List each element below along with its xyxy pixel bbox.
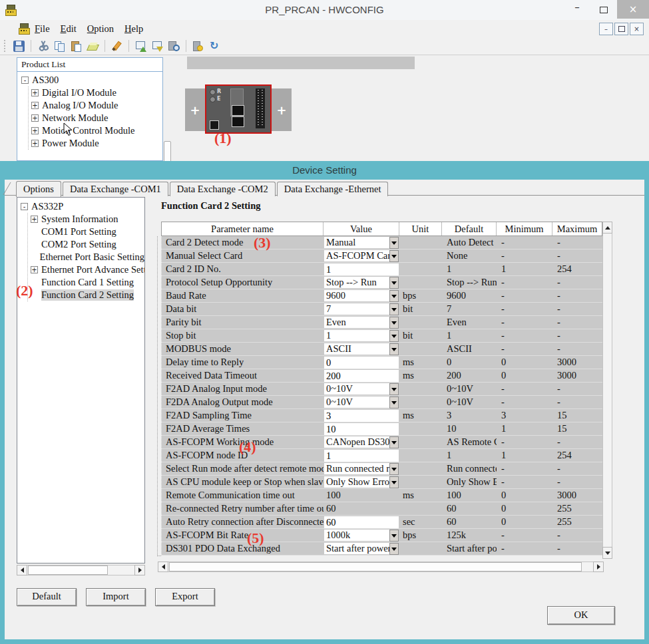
table-row[interactable]: F2AD Sampling Timems3315 [161, 409, 602, 422]
table-row[interactable]: AS-FCOPM Working modeCANopen DS301AS Rem… [161, 436, 602, 449]
expand-toggle[interactable]: + [31, 216, 38, 223]
scroll-right-button[interactable] [593, 562, 604, 572]
expand-toggle[interactable]: + [31, 102, 39, 109]
value-dropdown[interactable]: Manual [324, 237, 399, 248]
scan-icon[interactable] [166, 39, 182, 54]
value-dropdown[interactable]: ASCII [324, 343, 399, 355]
dropdown-button[interactable] [389, 250, 399, 262]
device-tree-item-ethernet-port-advance-setti[interactable]: +Ethernet Port Advance Setti [31, 263, 144, 276]
table-row[interactable]: F2DA Analog Output mode0~10V0~10V-- [161, 396, 602, 409]
refresh-icon[interactable] [207, 39, 222, 54]
value-input[interactable] [324, 423, 399, 435]
expand-toggle[interactable]: + [31, 127, 39, 134]
product-tree-item-digital-i-o-module[interactable]: +Digital I/O Module [31, 86, 162, 99]
table-row[interactable]: AS-FCOPM Bit Rate1000kbps125k-- [161, 529, 602, 542]
mdi-restore-button[interactable] [614, 23, 628, 35]
ok-button[interactable]: OK [547, 606, 615, 625]
table-row[interactable]: AS CPU module keep or Stop when slave no… [161, 476, 602, 489]
table-row[interactable]: Protocol Setup OpportunityStop --> RunSt… [161, 276, 602, 289]
compare-icon[interactable] [190, 39, 206, 54]
value-dropdown[interactable]: 7 [324, 303, 399, 315]
collapse-toggle[interactable]: - [21, 203, 28, 210]
menu-edit[interactable]: Edit [61, 23, 77, 35]
brush-icon[interactable] [109, 39, 124, 54]
tab-options[interactable]: Options [16, 181, 61, 197]
value-dropdown[interactable]: 0~10V [324, 397, 399, 408]
table-row[interactable]: Remote Communication time out100ms100030… [161, 489, 602, 502]
scroll-left-button[interactable] [158, 562, 168, 572]
device-tree-root[interactable]: -AS332P [21, 200, 144, 213]
scroll-down-button[interactable] [602, 547, 612, 559]
device-tree-item-function-card-1-setting[interactable]: Function Card 1 Setting [31, 276, 144, 289]
product-tree-item-motion-control-module[interactable]: +Motion Control Module [31, 124, 162, 137]
table-row[interactable]: Re-connected Retry number after time out… [161, 502, 602, 516]
expand-toggle[interactable]: + [31, 89, 39, 96]
table-row[interactable]: Baud Rate9600bps9600-- [161, 289, 602, 303]
device-tree-item-function-card-2-setting[interactable]: Function Card 2 Setting [31, 289, 144, 301]
value-dropdown[interactable]: Only Show Error [324, 476, 399, 488]
mdi-close-button[interactable]: × [630, 23, 644, 35]
table-row[interactable]: AS-FCOPM node ID11254 [161, 449, 602, 462]
table-row[interactable]: Data bit7bit7-- [161, 303, 602, 316]
dropdown-button[interactable] [389, 290, 399, 302]
cut-icon[interactable] [35, 39, 51, 54]
value-dropdown[interactable]: Start after power [324, 543, 399, 554]
default-button[interactable]: Default [17, 588, 77, 606]
dropdown-button[interactable] [389, 543, 399, 555]
value-dropdown[interactable]: 1000k [324, 530, 399, 541]
value-input[interactable] [324, 450, 399, 462]
rack-slot-left[interactable]: + [185, 88, 205, 131]
device-tree-item-com1-port-setting[interactable]: COM1 Port Setting [31, 226, 144, 238]
cpu-module-selected[interactable]: R E [205, 84, 272, 134]
device-tree-item-ethernet-port-basic-setting[interactable]: Ethernet Port Basic Setting [31, 251, 144, 263]
maximize-button[interactable] [590, 0, 617, 19]
value-dropdown[interactable]: 0~10V [324, 383, 399, 395]
menu-file[interactable]: File [35, 23, 50, 35]
export-button[interactable]: Export [155, 588, 215, 606]
device-tree-item-system-information[interactable]: +System Information [31, 213, 144, 226]
table-row[interactable]: Card 2 Detect modeManualAuto Detect-- [161, 236, 602, 249]
value-dropdown[interactable]: AS-FCOPM Card [324, 250, 399, 261]
copy-icon[interactable] [52, 39, 67, 54]
value-input[interactable] [324, 263, 399, 275]
save-icon[interactable] [11, 39, 27, 54]
scroll-up-button[interactable] [602, 222, 612, 234]
product-tree-item-analog-i-o-module[interactable]: +Analog I/O Module [31, 99, 162, 112]
minimize-button[interactable]: – [564, 0, 590, 19]
device-tree-item-com2-port-setting[interactable]: COM2 Port Setting [31, 238, 144, 251]
table-row[interactable]: Card 2 ID No.11254 [161, 263, 602, 276]
value-input[interactable] [324, 357, 399, 369]
scroll-left-button[interactable] [17, 565, 27, 575]
table-row[interactable]: DS301 PDO Data ExchangedStart after powe… [161, 542, 602, 556]
expand-toggle[interactable]: + [31, 114, 39, 122]
dropdown-button[interactable] [389, 436, 399, 448]
product-list-scrollbar[interactable] [164, 141, 171, 162]
dropdown-button[interactable] [389, 383, 399, 395]
table-row[interactable]: Parity bitEvenEven-- [161, 316, 602, 329]
table-row[interactable]: Auto Retry connection after Disconnected… [161, 516, 602, 529]
value-input[interactable] [324, 370, 399, 382]
table-row[interactable]: F2AD Average Times10115 [161, 422, 602, 436]
table-row[interactable]: Manual Select CardAS-FCOPM CardNone-- [161, 249, 602, 263]
dropdown-button[interactable] [389, 530, 399, 542]
tab-data-exchange-com2[interactable]: Data Exchange -COM2 [170, 182, 276, 196]
dropdown-button[interactable] [389, 237, 399, 249]
rack-slot-right[interactable]: + [272, 88, 292, 131]
table-row[interactable]: Delay time to Replyms003000 [161, 356, 602, 369]
tab-data-exchange-com1[interactable]: Data Exchange -COM1 [63, 182, 168, 196]
collapse-toggle[interactable]: - [21, 77, 29, 84]
monitor-down-icon[interactable] [150, 39, 165, 54]
dropdown-button[interactable] [389, 303, 399, 315]
paste-icon[interactable] [69, 39, 84, 54]
value-input[interactable] [324, 410, 399, 422]
table-row[interactable]: Select Run mode after detect remote modu… [161, 462, 602, 476]
value-dropdown[interactable]: Stop --> Run [324, 277, 399, 288]
dropdown-button[interactable] [389, 277, 399, 289]
table-row[interactable]: Received Data Timeoutms20003000 [161, 369, 602, 383]
menu-help[interactable]: Help [124, 23, 143, 35]
dropdown-button[interactable] [389, 343, 399, 355]
value-dropdown[interactable]: 9600 [324, 290, 399, 301]
table-vertical-scrollbar[interactable] [602, 222, 612, 559]
value-dropdown[interactable]: Even [324, 317, 399, 328]
value-dropdown[interactable]: Run connected r [324, 463, 399, 474]
